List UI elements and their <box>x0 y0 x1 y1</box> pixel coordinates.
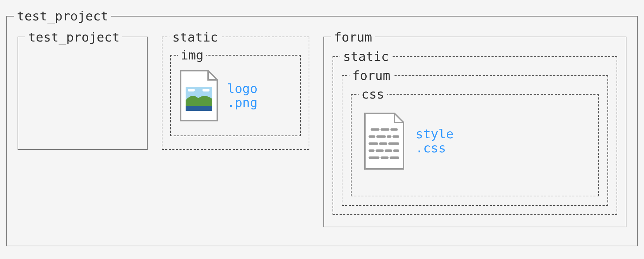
folder-img: img <box>170 48 301 136</box>
folder-forum: forum static forum css <box>323 30 626 227</box>
folder-label: test_project <box>14 9 111 23</box>
folder-label: static <box>169 30 221 44</box>
folder-label: forum <box>349 69 393 83</box>
text-file-icon <box>361 111 407 171</box>
folder-label: static <box>340 50 392 64</box>
folder-forum-static: static forum css <box>333 50 617 215</box>
folder-label: img <box>178 48 206 62</box>
file-name: style .css <box>416 127 453 155</box>
folder-test-project-inner: test_project <box>18 30 148 150</box>
folder-label: test_project <box>25 30 122 44</box>
svg-rect-3 <box>186 106 212 111</box>
svg-rect-1 <box>188 89 195 91</box>
folder-label: css <box>359 87 387 101</box>
image-file-icon <box>178 69 220 122</box>
folder-label: forum <box>331 30 375 44</box>
folder-forum-static-forum: forum css <box>342 69 608 206</box>
file-name: logo .png <box>227 82 258 109</box>
folder-css: css <box>351 87 599 196</box>
folder-static: static img <box>162 30 309 150</box>
svg-rect-2 <box>202 89 210 91</box>
folder-test-project-root: test_project test_project static img <box>6 9 638 246</box>
